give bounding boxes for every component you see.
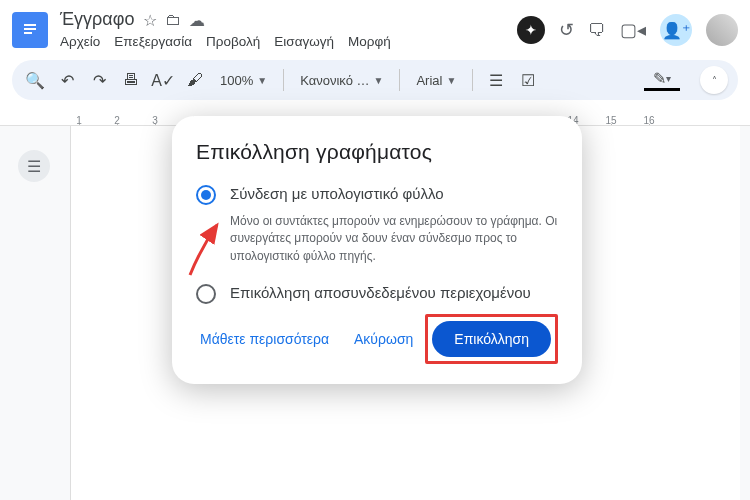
option-link-label: Σύνδεση με υπολογιστικό φύλλο	[230, 184, 444, 204]
option-unlinked[interactable]: Επικόλληση αποσυνδεδεμένου περιεχομένου	[196, 283, 558, 304]
option-link-spreadsheet[interactable]: Σύνδεση με υπολογιστικό φύλλο	[196, 184, 558, 205]
paste-chart-dialog: Επικόλληση γραφήματος Σύνδεση με υπολογι…	[172, 116, 582, 384]
dialog-title: Επικόλληση γραφήματος	[196, 140, 558, 164]
option-link-desc: Μόνο οι συντάκτες μπορούν να ενημερώσουν…	[230, 213, 558, 265]
dialog-actions: Μάθετε περισσότερα Ακύρωση Επικόλληση	[196, 314, 558, 364]
paste-button[interactable]: Επικόλληση	[432, 321, 551, 357]
highlight-annotation: Επικόλληση	[425, 314, 558, 364]
cancel-button[interactable]: Ακύρωση	[350, 323, 417, 355]
radio-selected-icon[interactable]	[196, 185, 216, 205]
option-unlinked-label: Επικόλληση αποσυνδεδεμένου περιεχομένου	[230, 283, 531, 303]
learn-more-link[interactable]: Μάθετε περισσότερα	[196, 323, 333, 355]
radio-unselected-icon[interactable]	[196, 284, 216, 304]
